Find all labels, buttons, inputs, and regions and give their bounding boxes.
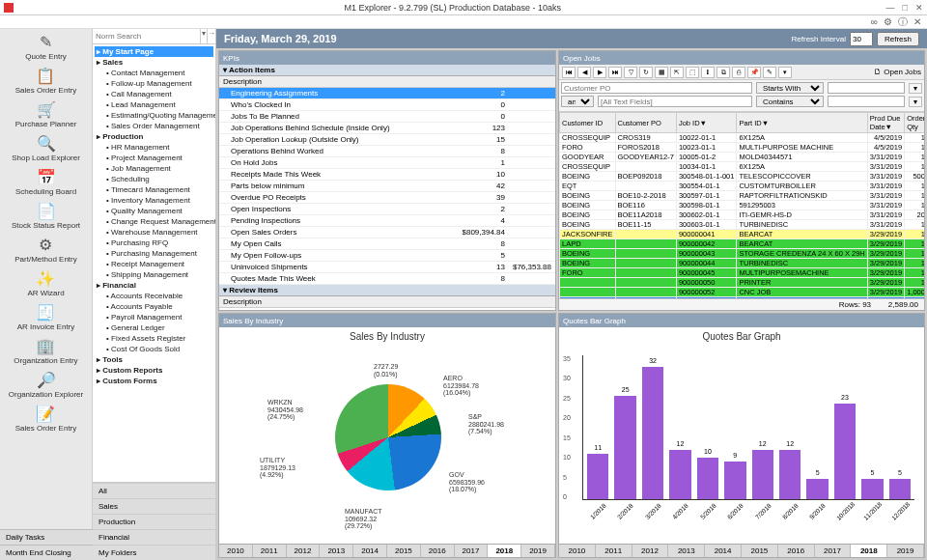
tree-node[interactable]: ▸ Production xyxy=(95,131,213,142)
table-row[interactable]: 900000052CNC JOB3/29/20191,000.00 xyxy=(560,288,925,297)
table-row[interactable]: FORO900000045MULTIPURPOSEMACHINE3/29/201… xyxy=(560,268,925,278)
tree-node[interactable]: • Receipt Management xyxy=(95,259,213,269)
tree-node[interactable]: ▸ Financial xyxy=(95,280,213,291)
refresh-interval-input[interactable] xyxy=(850,32,873,46)
table-row[interactable]: LAPD900000042BEARCAT3/29/20191.00 xyxy=(560,239,925,249)
year-tab[interactable]: 2017 xyxy=(455,545,489,557)
filter-clear2-icon[interactable]: ▾ xyxy=(909,97,922,107)
kpi-row[interactable]: Open Sales Orders$809,394.84 xyxy=(219,227,555,238)
year-tab[interactable]: 2016 xyxy=(778,545,815,557)
grid-icon[interactable]: ▦ xyxy=(655,67,668,78)
pin-icon[interactable]: 📌 xyxy=(747,67,761,78)
kpi-row[interactable]: On Hold Jobs1 xyxy=(219,157,555,169)
kpi-row[interactable]: Uninvoiced Shipments13$76,353.88 xyxy=(219,262,555,273)
share-icon[interactable]: ⇱ xyxy=(670,67,684,78)
year-tab[interactable]: 2014 xyxy=(353,545,387,557)
shortcut-quote-entry[interactable]: ✎Quote Entry xyxy=(25,33,67,61)
tree-node[interactable]: • Job Management xyxy=(95,163,213,174)
year-tab[interactable]: 2019 xyxy=(887,545,924,557)
tree-node[interactable]: • Payroll Management xyxy=(95,312,213,322)
shortcut-ar-wizard[interactable]: ✨AR Wizard xyxy=(27,269,64,297)
year-tab[interactable]: 2016 xyxy=(421,545,455,557)
refresh-icon[interactable]: ↻ xyxy=(639,67,653,78)
shortcut-organization-explorer[interactable]: 🔎Organization Explorer xyxy=(9,371,83,399)
tree-node[interactable]: • Lead Management xyxy=(95,99,213,110)
tree-node[interactable]: ▸ Sales xyxy=(95,57,213,68)
tree-node[interactable]: ▸ My Start Page xyxy=(95,46,213,57)
tree-node[interactable]: • Sales Order Management xyxy=(95,121,213,131)
year-tab[interactable]: 2018 xyxy=(851,545,887,557)
kpi-row[interactable]: My Open Calls8 xyxy=(219,238,555,250)
table-row[interactable]: BOEINGBOE116300598-01-15912950033/31/201… xyxy=(560,201,925,210)
year-tab[interactable]: 2010 xyxy=(559,545,596,557)
shortcut-scheduling-board[interactable]: 📅Scheduling Board xyxy=(15,168,76,196)
col-header[interactable]: Order Qty xyxy=(905,113,924,133)
kpi-row[interactable]: Pending Inspections4 xyxy=(219,215,555,227)
table-row[interactable]: BOEING900000044TURBINEDISC3/29/20191.00 xyxy=(560,259,925,268)
shortcut-sales-order-entry[interactable]: 📋Sales Order Entry xyxy=(15,67,77,95)
maximize-icon[interactable]: □ xyxy=(903,3,908,13)
shortcut-ar-invoice-entry[interactable]: 🧾AR Invoice Entry xyxy=(17,303,75,331)
year-tab[interactable]: 2013 xyxy=(320,545,353,557)
kpi-row[interactable]: My Open Follow-ups5 xyxy=(219,250,555,262)
shortcut-stock-status-report[interactable]: 📄Stock Status Report xyxy=(12,202,80,230)
print-icon[interactable]: ⎙ xyxy=(732,67,745,78)
columns-icon[interactable]: ⫿ xyxy=(701,67,715,78)
tree-node[interactable]: • Inventory Management xyxy=(95,195,213,206)
next-icon[interactable]: ▶ xyxy=(593,67,606,78)
shortcut-part/method-entry[interactable]: ⚙Part/Method Entry xyxy=(14,236,76,264)
tree-node[interactable]: • Cost Of Goods Sold xyxy=(95,344,213,354)
col-header[interactable]: Customer PO xyxy=(615,113,676,133)
tree-node[interactable]: • Shipping Management xyxy=(95,269,213,280)
settings-icon[interactable]: ⚙ xyxy=(884,16,892,27)
kpi-row[interactable]: Job Operations Behind Schedule (Inside O… xyxy=(219,123,555,134)
table-row[interactable]: BOEING900000043STORAGE CREDENZA 24 X 60 … xyxy=(560,249,925,259)
tree-tab[interactable]: All xyxy=(93,483,215,498)
more-icon[interactable]: ▾ xyxy=(778,67,792,78)
year-tab[interactable]: 2015 xyxy=(742,545,778,557)
shortcut-shop-load-explorer[interactable]: 🔍Shop Load Explorer xyxy=(12,134,80,162)
tree-node[interactable]: • Purchasing Management xyxy=(95,248,213,259)
search-input[interactable] xyxy=(93,29,200,43)
filter-clear-icon[interactable]: ▾ xyxy=(909,83,922,94)
shortcut-organization-entry[interactable]: 🏢Organization Entry xyxy=(14,337,77,365)
tree-node[interactable]: • Timecard Management xyxy=(95,184,213,195)
kpi-row[interactable]: Jobs To Be Planned0 xyxy=(219,111,555,123)
tree-tab[interactable]: My Folders xyxy=(93,545,215,560)
tree-tab[interactable]: Production xyxy=(93,514,215,529)
tree-node[interactable]: • Project Management xyxy=(95,153,213,163)
filter-op1[interactable]: Starts With xyxy=(756,82,824,94)
year-tab[interactable]: 2018 xyxy=(488,545,521,557)
tree-node[interactable]: • General Ledger xyxy=(95,322,213,333)
col-header[interactable]: Job ID▼ xyxy=(676,113,737,133)
kpi-row[interactable]: Operations Behind Worked8 xyxy=(219,146,555,157)
table-row[interactable]: BOEINGBOE11A2018300602-01-1ITI-GEMR-HS-D… xyxy=(560,210,925,220)
tree-node[interactable]: • Estimating/Quoting Management xyxy=(95,110,213,121)
info-icon[interactable]: ⓘ xyxy=(898,15,908,29)
export-icon[interactable]: ⬚ xyxy=(686,67,699,78)
tree-tab[interactable]: Sales xyxy=(93,498,215,514)
kpi-row[interactable]: Quotes Made This Week8 xyxy=(219,273,555,285)
table-row[interactable]: 900000050PRINTER3/29/20191.00 xyxy=(560,278,925,288)
year-tab[interactable]: 2013 xyxy=(668,545,705,557)
kpi-row[interactable]: Job Operation Lookup (Outside Only)15 xyxy=(219,134,555,146)
col-header[interactable]: Customer ID xyxy=(560,113,616,133)
tree-node[interactable]: • HR Management xyxy=(95,142,213,153)
col-header[interactable]: Part ID▼ xyxy=(737,113,867,133)
table-row[interactable]: EQT300554-01-1CUSTOMTURBOILLER3/31/20191… xyxy=(560,182,925,191)
tree-node[interactable]: • Accounts Receivable xyxy=(95,291,213,301)
kpi-row[interactable]: Parts below minimum42 xyxy=(219,181,555,192)
table-row[interactable]: CROSSEQUIP10034-01-16X125A3/31/20191.00 xyxy=(560,162,925,172)
kpi-row[interactable]: Sales By Customer (Last 12 Months)19 xyxy=(219,308,555,310)
year-tab[interactable]: 2010 xyxy=(219,545,253,557)
filter-customer-po[interactable] xyxy=(561,82,752,94)
table-row[interactable]: JACKSONFIRE900000041BEARCAT3/29/20191.00 xyxy=(560,230,925,239)
tree-node[interactable]: • Call Management xyxy=(95,89,213,99)
kpi-row[interactable]: Overdue PO Receipts39 xyxy=(219,192,555,204)
close-icon[interactable]: ✕ xyxy=(915,3,923,13)
filter-val1[interactable] xyxy=(828,82,905,94)
help-icon[interactable]: ∞ xyxy=(871,16,878,27)
tree-node[interactable]: • Follow-up Management xyxy=(95,78,213,89)
minimize-icon[interactable]: — xyxy=(886,3,895,13)
table-row[interactable]: GOODYEARGOODYEAR12-710005-01-2MOLD403445… xyxy=(560,153,925,162)
